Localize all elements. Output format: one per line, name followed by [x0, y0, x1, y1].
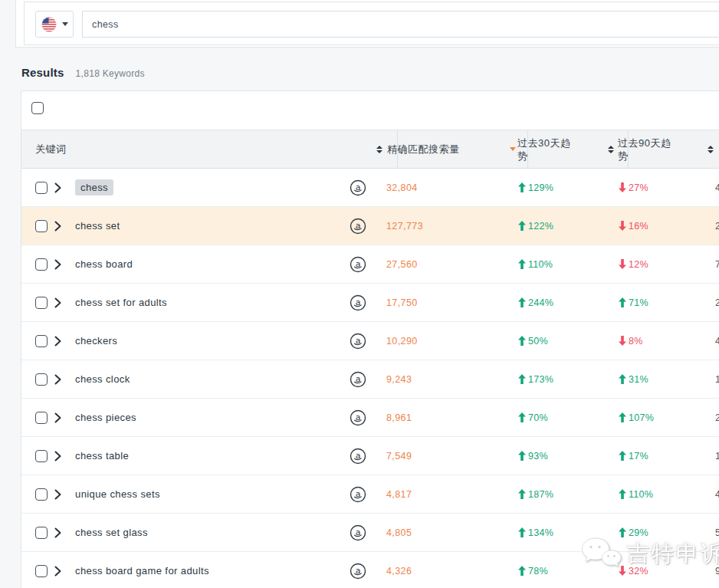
trend-arrow-icon — [619, 297, 626, 307]
trend-30d-value: 50% — [518, 322, 548, 360]
watermark: 吉特申诉 — [579, 535, 719, 573]
amazon-icon[interactable]: a — [350, 524, 366, 541]
trend-90d-value: 71% — [619, 284, 648, 321]
keyword-cell: chess pieces — [75, 399, 136, 436]
marketplace-flag-dropdown[interactable] — [35, 11, 74, 38]
results-count: 1,818 Keywords — [76, 68, 145, 79]
row-checkbox[interactable] — [35, 182, 48, 194]
keyword-cell: chess set glass — [75, 514, 148, 551]
chevron-right-icon[interactable] — [54, 297, 61, 308]
table-row: chess set a 127,773 122% 16% 2 — [21, 207, 719, 245]
trend-arrow-icon — [518, 412, 526, 422]
trend-arrow-icon — [619, 221, 626, 231]
table-row: unique chess sets a 4,817 187% 110% 4 — [21, 475, 719, 514]
amazon-icon[interactable]: a — [350, 448, 366, 465]
row-checkbox[interactable] — [35, 373, 48, 386]
column-header-trend-90d[interactable]: 过去90天趋势 — [618, 130, 673, 168]
keyword-cell: unique chess sets — [75, 475, 160, 513]
keyword-cell: chess board — [75, 245, 133, 283]
sort-icon-keyword[interactable] — [376, 130, 382, 168]
trend-30d-value: 78% — [518, 552, 548, 588]
sort-icon-trend-90d[interactable] — [708, 130, 714, 168]
table-header: 关键词 精确匹配搜索量 过去30天趋势 过去90天趋势 — [21, 130, 719, 169]
search-row — [24, 2, 719, 45]
select-all-checkbox[interactable] — [31, 102, 44, 114]
trend-90d-value: 107% — [619, 399, 654, 436]
sort-icon-search-volume-desc[interactable] — [510, 130, 516, 168]
results-table-card: 关键词 精确匹配搜索量 过去30天趋势 过去90天趋势 chess a — [21, 90, 719, 588]
table-body: chess a 32,804 129% 27% 4 chess set — [21, 169, 719, 588]
table-row: chess clock a 9,243 173% 31% 1 — [21, 360, 719, 399]
trend-arrow-icon — [518, 374, 526, 384]
clipped-column-value: 1 — [715, 437, 719, 475]
trend-arrow-icon — [619, 336, 626, 346]
trend-arrow-icon — [619, 259, 626, 269]
row-checkbox[interactable] — [35, 565, 48, 577]
trend-arrow-icon — [518, 297, 526, 307]
row-checkbox[interactable] — [35, 412, 48, 424]
trend-arrow-icon — [619, 451, 626, 461]
column-header-keyword[interactable]: 关键词 — [35, 130, 67, 168]
chevron-right-icon[interactable] — [54, 336, 61, 347]
table-row: chess pieces a 8,961 70% 107% 2 — [21, 399, 719, 437]
chat-bubbles-icon — [579, 535, 622, 573]
search-volume-value: 7,549 — [386, 437, 412, 475]
clipped-column-value: 1 — [715, 360, 719, 398]
chevron-right-icon[interactable] — [54, 566, 61, 577]
chevron-right-icon[interactable] — [54, 374, 61, 385]
row-checkbox[interactable] — [35, 335, 48, 347]
row-checkbox[interactable] — [35, 488, 48, 501]
row-checkbox[interactable] — [35, 220, 48, 232]
keyword-cell: chess set — [75, 207, 120, 245]
trend-30d-value: 93% — [518, 437, 548, 475]
trend-arrow-icon — [619, 182, 626, 192]
amazon-icon[interactable]: a — [350, 409, 366, 426]
column-header-search-volume[interactable]: 精确匹配搜索量 — [387, 130, 460, 168]
trend-30d-value: 244% — [518, 284, 553, 321]
keyword-cell: chess table — [75, 437, 129, 475]
search-volume-value: 10,290 — [386, 322, 418, 360]
keyword-cell: chess board game for adults — [75, 552, 209, 588]
amazon-icon[interactable]: a — [350, 563, 366, 580]
chevron-right-icon[interactable] — [54, 527, 61, 538]
column-header-trend-30d[interactable]: 过去30天趋势 — [517, 130, 573, 168]
sort-icon-trend-30d[interactable] — [608, 130, 614, 168]
row-checkbox[interactable] — [35, 527, 48, 539]
table-row: chess table a 7,549 93% 17% 1 — [21, 437, 719, 475]
trend-30d-value: 173% — [518, 360, 553, 398]
amazon-icon[interactable]: a — [350, 218, 366, 235]
chevron-right-icon[interactable] — [54, 182, 61, 193]
trend-90d-value: 31% — [619, 360, 648, 398]
clipped-column-value: 7 — [715, 245, 719, 283]
results-title: Results — [21, 66, 64, 79]
trend-90d-value: 8% — [619, 322, 643, 360]
chevron-right-icon[interactable] — [54, 489, 61, 500]
chevron-right-icon[interactable] — [54, 221, 61, 232]
trend-30d-value: 122% — [518, 207, 553, 245]
trend-arrow-icon — [518, 451, 526, 461]
row-checkbox[interactable] — [35, 297, 48, 309]
keyword-cell: chess set for adults — [75, 284, 167, 321]
row-checkbox[interactable] — [35, 258, 48, 271]
keyword-search-input[interactable] — [82, 11, 719, 38]
search-volume-value: 4,805 — [386, 514, 412, 551]
search-volume-value: 9,243 — [386, 360, 412, 398]
trend-arrow-icon — [518, 182, 526, 192]
amazon-icon[interactable]: a — [350, 256, 366, 273]
amazon-icon[interactable]: a — [350, 371, 366, 388]
chevron-right-icon[interactable] — [54, 412, 61, 423]
search-volume-value: 4,817 — [386, 475, 412, 513]
amazon-icon[interactable]: a — [350, 179, 366, 196]
trend-arrow-icon — [619, 412, 626, 422]
chevron-right-icon[interactable] — [54, 259, 61, 270]
trend-90d-value: 110% — [619, 475, 653, 513]
amazon-icon[interactable]: a — [350, 294, 366, 311]
clipped-column-value: 4 — [715, 169, 719, 206]
row-checkbox[interactable] — [35, 450, 48, 462]
chevron-right-icon[interactable] — [54, 451, 61, 462]
trend-30d-value: 134% — [518, 514, 553, 551]
us-flag-icon — [41, 17, 57, 32]
search-volume-value: 27,560 — [386, 245, 418, 283]
amazon-icon[interactable]: a — [350, 486, 366, 503]
amazon-icon[interactable]: a — [350, 333, 366, 350]
